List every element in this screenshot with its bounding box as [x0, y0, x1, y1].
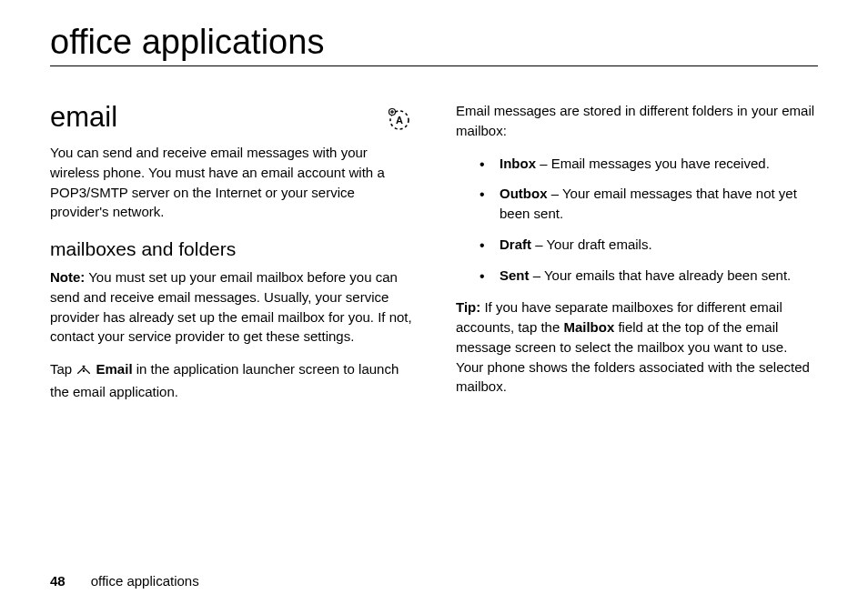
note-text: You must set up your email mailbox befor… — [50, 269, 412, 344]
tip-paragraph: Tip: If you have separate mailboxes for … — [456, 297, 818, 397]
folder-desc: – Your emails that have already been sen… — [530, 267, 792, 283]
page-footer: 48office applications — [50, 573, 199, 589]
note-paragraph: Note: You must set up your email mailbox… — [50, 267, 412, 347]
svg-text:A: A — [396, 115, 403, 126]
folder-name: Outbox — [500, 186, 548, 201]
section-header-row: email A — [50, 101, 412, 143]
folder-name: Draft — [500, 237, 531, 252]
tip-label: Tip: — [456, 299, 480, 315]
page-number: 48 — [50, 573, 66, 589]
two-column-layout: email A You can send and receive email m… — [50, 101, 818, 415]
feature-icon: A — [387, 106, 412, 132]
left-column: email A You can send and receive email m… — [50, 101, 412, 415]
tap-prefix: Tap — [50, 361, 76, 377]
folder-name: Sent — [500, 267, 530, 283]
folder-name: Inbox — [500, 156, 536, 171]
right-column: Email messages are stored in different f… — [456, 101, 818, 415]
email-intro-paragraph: You can send and receive email messages … — [50, 143, 412, 222]
note-label: Note: — [50, 269, 85, 285]
svg-point-5 — [83, 370, 85, 372]
launcher-icon — [76, 362, 92, 382]
folder-desc: – Email messages you have received. — [536, 156, 770, 171]
tap-instruction: Tap Email in the application launcher sc… — [50, 359, 412, 402]
email-ui-label: Email — [96, 361, 133, 377]
folders-intro: Email messages are stored in different f… — [456, 101, 818, 141]
list-item: Inbox – Email messages you have received… — [483, 154, 818, 174]
list-item: Sent – Your emails that have already bee… — [483, 266, 818, 286]
section-title-email: email — [50, 101, 117, 134]
subheading-mailboxes: mailboxes and folders — [50, 238, 412, 260]
folder-desc: – Your draft emails. — [531, 237, 652, 252]
running-title: office applications — [91, 573, 199, 589]
manual-page: office applications email A You can send… — [0, 0, 868, 614]
mailbox-field-label: Mailbox — [563, 319, 614, 335]
list-item: Draft – Your draft emails. — [483, 235, 818, 255]
folder-list: Inbox – Email messages you have received… — [456, 154, 818, 286]
list-item: Outbox – Your email messages that have n… — [483, 184, 818, 224]
chapter-title: office applications — [50, 23, 818, 66]
